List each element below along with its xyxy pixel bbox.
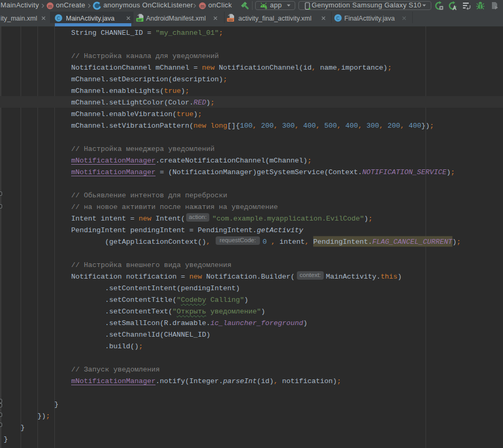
svg-text:m: m xyxy=(48,4,52,9)
svg-text:C: C xyxy=(57,15,60,22)
svg-text:</>: </> xyxy=(228,18,233,22)
svg-text:C: C xyxy=(336,15,340,22)
svg-text:m: m xyxy=(200,4,205,9)
svg-text:MF: MF xyxy=(138,18,142,22)
